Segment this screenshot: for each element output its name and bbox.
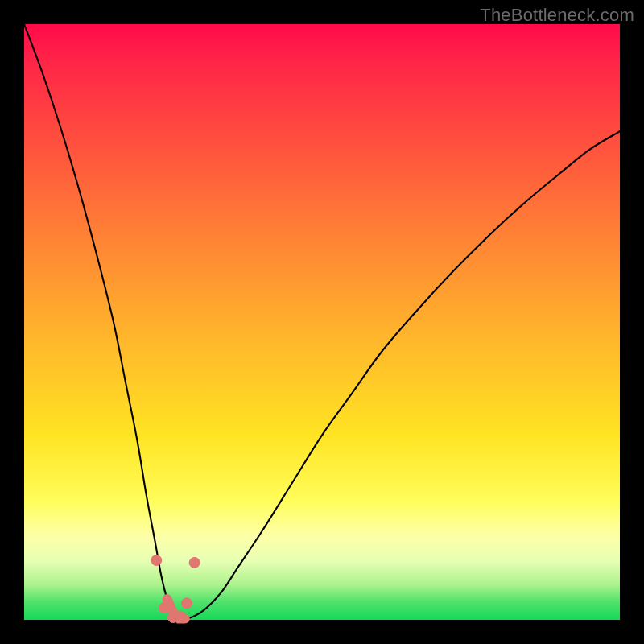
highlighted-points xyxy=(151,555,200,623)
marker-dot xyxy=(182,598,192,609)
chart-frame: TheBottleneck.com xyxy=(0,0,644,644)
marker-dot xyxy=(151,555,162,566)
bottleneck-curve xyxy=(24,24,620,620)
plot-area xyxy=(24,24,620,620)
marker-dot xyxy=(159,603,169,613)
marker-dot xyxy=(189,557,200,568)
curve-layer xyxy=(24,24,620,620)
marker-dot xyxy=(175,611,185,621)
watermark-text: TheBottleneck.com xyxy=(480,5,634,26)
